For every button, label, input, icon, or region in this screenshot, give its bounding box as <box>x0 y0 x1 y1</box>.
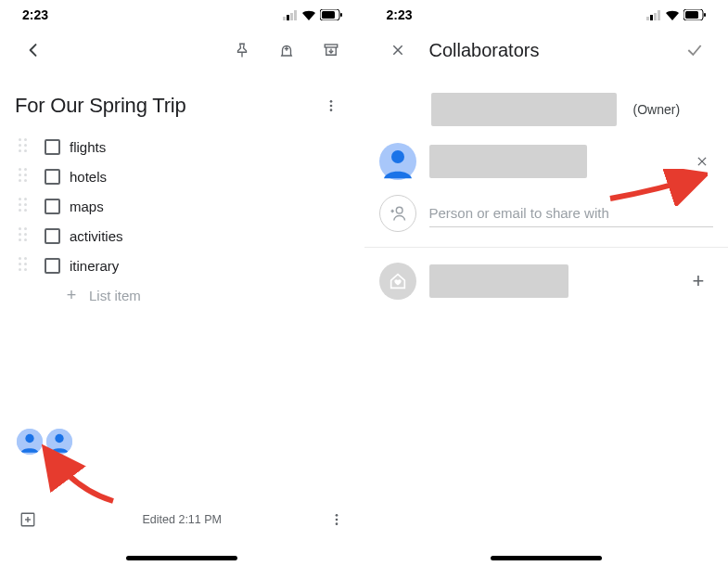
collaborator-list: (Owner) Person or email to share with <box>364 71 729 307</box>
svg-rect-26 <box>646 17 649 20</box>
svg-point-39 <box>396 207 402 213</box>
note-title[interactable]: For Our Spring Trip <box>15 94 185 118</box>
list-item-label[interactable]: flights <box>70 139 106 155</box>
wifi-icon <box>301 9 316 20</box>
collaborators-title: Collaborators <box>424 40 670 61</box>
svg-point-23 <box>335 519 338 521</box>
collaborators-screen: 2:23 Collaborators (Owner) <box>364 0 729 566</box>
svg-point-22 <box>335 514 338 517</box>
close-icon <box>390 43 405 58</box>
svg-rect-29 <box>658 10 660 20</box>
remove-collaborator-button[interactable] <box>691 150 713 173</box>
vertical-dots-icon <box>329 512 344 527</box>
svg-rect-32 <box>704 13 706 17</box>
add-item-placeholder: List item <box>89 288 141 303</box>
drag-handle-icon[interactable] <box>19 198 35 214</box>
drag-handle-icon[interactable] <box>19 138 35 155</box>
svg-point-36 <box>391 150 404 163</box>
status-indicators <box>646 9 706 20</box>
collaborator-owner-row: (Owner) <box>364 84 729 135</box>
svg-point-24 <box>335 522 338 525</box>
svg-rect-28 <box>654 13 657 20</box>
add-collaborator-row[interactable]: Person or email to share with <box>364 187 729 239</box>
cellular-icon <box>646 10 661 20</box>
plus-icon: + <box>63 287 80 303</box>
drag-handle-icon[interactable] <box>19 227 35 244</box>
status-bar: 2:23 <box>0 0 364 30</box>
add-list-item[interactable]: + List item <box>19 280 364 310</box>
vertical-dots-icon <box>324 98 338 113</box>
add-box-icon <box>19 511 36 528</box>
note-bottom-bar: Edited 2:11 PM <box>0 501 364 538</box>
archive-button[interactable] <box>313 32 350 69</box>
svg-rect-5 <box>322 11 335 19</box>
list-item[interactable]: activities <box>19 221 364 251</box>
redacted-name <box>429 264 568 298</box>
list-item-label[interactable]: hotels <box>70 169 107 185</box>
add-person-icon <box>379 195 416 232</box>
svg-rect-6 <box>340 13 342 17</box>
avatar[interactable] <box>46 429 72 455</box>
home-heart-icon <box>379 263 416 300</box>
redacted-name <box>429 145 587 178</box>
drag-handle-icon[interactable] <box>19 168 35 185</box>
edited-timestamp: Edited 2:11 PM <box>143 513 222 526</box>
note-menu-button[interactable] <box>313 87 350 124</box>
note-title-row: For Our Spring Trip <box>0 71 364 130</box>
wifi-icon <box>665 9 680 20</box>
status-indicators <box>283 9 342 20</box>
checkbox[interactable] <box>45 228 60 244</box>
list-item[interactable]: itinerary <box>19 251 364 280</box>
svg-rect-2 <box>290 13 293 20</box>
svg-point-14 <box>329 109 332 111</box>
checkbox[interactable] <box>45 169 60 185</box>
list-item-label[interactable]: itinerary <box>70 258 119 274</box>
cellular-icon <box>283 10 298 20</box>
svg-rect-3 <box>294 10 297 20</box>
pin-button[interactable] <box>224 32 261 69</box>
family-group-row[interactable]: + <box>364 255 729 307</box>
pin-icon <box>234 42 250 58</box>
close-button[interactable] <box>379 32 416 69</box>
svg-point-18 <box>55 434 63 443</box>
status-time: 2:23 <box>22 7 48 22</box>
bell-plus-icon <box>278 42 295 58</box>
list-item-label[interactable]: maps <box>70 199 104 214</box>
add-box-button[interactable] <box>15 501 41 538</box>
drag-handle-icon[interactable] <box>19 257 35 274</box>
svg-rect-0 <box>283 17 286 20</box>
divider <box>364 247 729 248</box>
bottom-menu-button[interactable] <box>324 501 350 538</box>
checkbox[interactable] <box>45 199 60 214</box>
list-item[interactable]: flights <box>19 132 364 161</box>
archive-icon <box>323 42 339 58</box>
svg-point-13 <box>329 105 332 108</box>
back-button[interactable] <box>15 32 52 69</box>
svg-rect-1 <box>287 15 289 20</box>
avatar[interactable] <box>17 429 43 455</box>
avatar <box>379 143 416 180</box>
list-item[interactable]: maps <box>19 191 364 221</box>
home-indicator <box>126 556 237 560</box>
checklist: flights hotels maps activities itinerary <box>0 130 364 310</box>
svg-point-16 <box>25 434 33 443</box>
check-icon <box>685 41 704 59</box>
note-editor-screen: 2:23 <box>0 0 364 566</box>
collaborator-avatars[interactable] <box>17 429 72 455</box>
svg-rect-27 <box>650 15 653 20</box>
list-item[interactable]: hotels <box>19 161 364 191</box>
list-item-label[interactable]: activities <box>70 228 123 244</box>
close-icon <box>696 155 709 168</box>
checkbox[interactable] <box>45 139 60 155</box>
collaborator-row <box>364 135 729 187</box>
home-indicator <box>491 556 602 560</box>
battery-icon <box>683 9 706 20</box>
status-time: 2:23 <box>387 7 413 22</box>
checkbox[interactable] <box>45 258 60 274</box>
share-input[interactable]: Person or email to share with <box>429 199 714 227</box>
reminder-button[interactable] <box>268 32 305 69</box>
add-group-button[interactable]: + <box>683 266 713 296</box>
collab-app-bar: Collaborators <box>364 30 729 71</box>
confirm-button[interactable] <box>676 32 713 69</box>
svg-point-12 <box>329 100 332 103</box>
